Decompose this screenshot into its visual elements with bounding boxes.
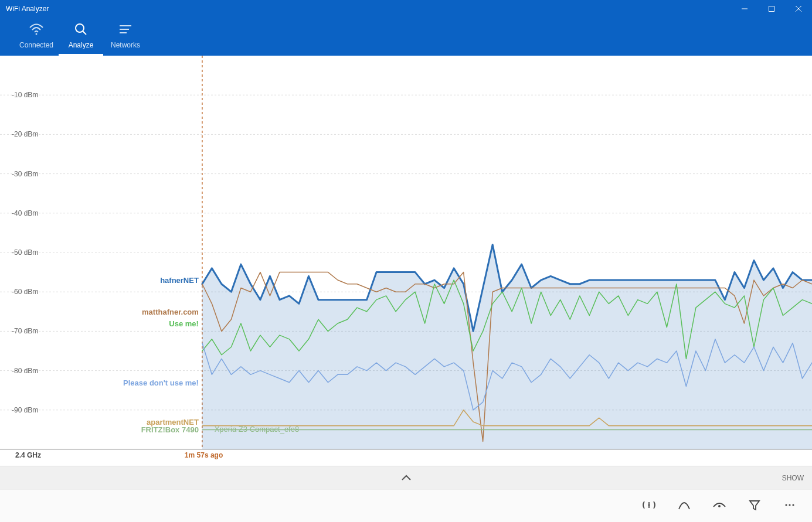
y-tick-label: -70 dBm (12, 327, 38, 335)
signal-chart: -10 dBm-20 dBm-30 dBm-40 dBm-50 dBm-60 d… (0, 56, 812, 452)
y-tick-label: -80 dBm (12, 367, 38, 375)
series-label: Use me! (169, 319, 199, 327)
tab-label: Networks (111, 37, 140, 54)
filter-icon (748, 499, 761, 514)
y-tick-label: -90 dBm (12, 406, 38, 414)
tab-strip: Connected Analyze Networks (0, 18, 812, 56)
expand-panel: SHOW (0, 466, 812, 489)
tab-connected[interactable]: Connected (14, 18, 59, 56)
tool-signal[interactable] (631, 490, 667, 523)
svg-line-6 (83, 31, 86, 35)
close-button[interactable] (785, 0, 812, 18)
tool-eye[interactable] (702, 490, 737, 523)
eye-icon (712, 499, 727, 514)
tool-channel[interactable] (667, 490, 702, 523)
series-label: FRITZ!Box 7490 (141, 425, 199, 434)
tool-more[interactable] (772, 490, 807, 523)
svg-point-26 (785, 504, 787, 506)
wifi-icon (29, 21, 44, 37)
show-button[interactable]: SHOW (782, 474, 804, 482)
tab-analyze[interactable]: Analyze (59, 18, 103, 56)
time-marker-label: 1m 57s ago (185, 451, 223, 459)
y-tick-label: -50 dBm (12, 248, 38, 257)
minimize-button[interactable] (731, 0, 758, 18)
svg-point-28 (792, 504, 794, 506)
chevron-up-icon (400, 472, 412, 484)
more-icon (783, 499, 796, 514)
expand-chevron-button[interactable] (0, 466, 812, 489)
svg-rect-1 (769, 6, 774, 12)
bars-icon (118, 21, 132, 37)
app-title: WiFi Analyzer (6, 5, 731, 13)
svg-point-5 (76, 24, 84, 32)
titlebar: WiFi Analyzer (0, 0, 812, 18)
magnify-icon (74, 21, 88, 37)
series-label: hafnerNET (160, 276, 199, 285)
y-tick-label: -60 dBm (12, 288, 38, 296)
tab-label: Analyze (69, 37, 94, 54)
maximize-button[interactable] (758, 0, 785, 18)
tab-networks[interactable]: Networks (103, 18, 148, 56)
y-tick-label: -20 dBm (12, 130, 38, 138)
y-tick-label: -40 dBm (12, 209, 38, 217)
svg-marker-21 (202, 245, 812, 449)
y-tick-label: -10 dBm (12, 91, 38, 99)
y-tick-label: -30 dBm (12, 170, 38, 178)
tab-label: Connected (19, 37, 53, 54)
channel-arc-icon (677, 499, 692, 514)
svg-marker-25 (750, 501, 759, 510)
svg-point-4 (36, 33, 38, 35)
series-label: Please don't use me! (123, 378, 199, 387)
bottom-toolbar (0, 489, 812, 522)
series-label: matthafner.com (142, 307, 199, 316)
tool-filter[interactable] (737, 490, 772, 523)
svg-point-24 (718, 505, 721, 507)
svg-point-23 (648, 504, 650, 506)
svg-point-27 (789, 504, 790, 506)
x-band-label: 2.4 GHz (15, 451, 41, 464)
series-label: Xperia Z3 Compact_efe8 (215, 425, 300, 434)
signal-icon (641, 499, 657, 514)
